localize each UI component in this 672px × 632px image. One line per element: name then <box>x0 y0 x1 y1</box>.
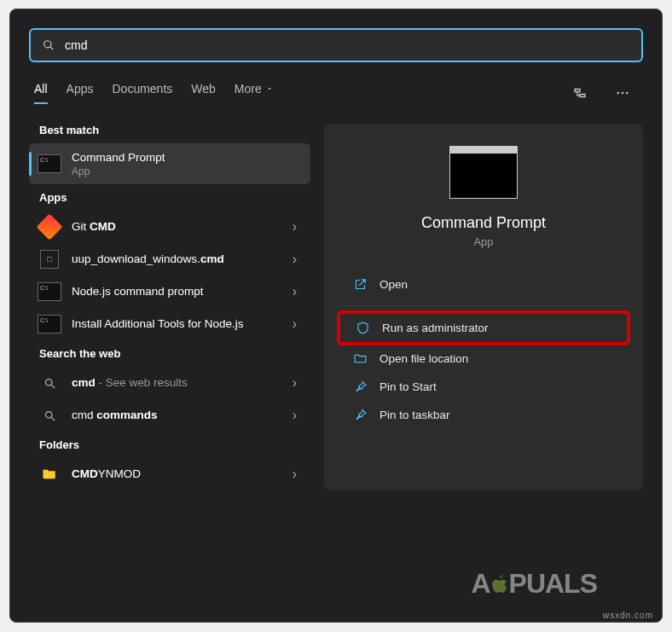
search-icon <box>43 409 56 422</box>
search-input-text: cmd <box>65 38 629 52</box>
chevron-right-icon: › <box>287 284 302 299</box>
result-title: CMDYNMOD <box>72 467 287 482</box>
action-run-as-admin[interactable]: Run as administrator <box>338 311 629 345</box>
svg-point-0 <box>617 92 619 95</box>
result-title: Command Prompt <box>72 150 302 165</box>
cmd-app-icon: C:\ <box>38 282 61 301</box>
tab-web[interactable]: Web <box>191 82 216 104</box>
action-open[interactable]: Open <box>338 270 629 299</box>
section-web-title: Search the web <box>39 347 310 360</box>
start-menu-search-window: cmd All Apps Documents Web More Best mat… <box>9 9 663 623</box>
detail-actions: Open Run as administrator Open file loca… <box>338 270 629 429</box>
action-label: Run as administrator <box>382 322 489 334</box>
flow-icon-button[interactable] <box>565 78 595 108</box>
svg-line-4 <box>51 385 55 388</box>
svg-line-6 <box>51 417 55 420</box>
git-icon <box>36 213 62 240</box>
tab-documents[interactable]: Documents <box>112 82 172 104</box>
folder-icon <box>40 467 59 482</box>
search-icon <box>43 377 56 390</box>
result-git-cmd[interactable]: Git CMD › <box>29 211 310 243</box>
result-subtype: App <box>72 165 302 177</box>
tab-apps[interactable]: Apps <box>67 82 94 104</box>
result-web-cmd[interactable]: cmd - See web results › <box>29 367 310 399</box>
result-uup-download[interactable]: □ uup_download_windows.cmd › <box>29 243 310 275</box>
watermark-site: wsxdn.com <box>603 611 653 620</box>
chevron-right-icon: › <box>287 252 302 267</box>
cmd-app-icon: C:\ <box>38 154 61 173</box>
cmd-app-icon: C:\ <box>38 315 61 333</box>
tab-more-label: More <box>235 82 262 96</box>
search-input-container[interactable]: cmd <box>29 28 643 62</box>
pin-icon <box>353 408 368 422</box>
section-folders-title: Folders <box>39 438 310 451</box>
action-label: Pin to Start <box>379 380 437 393</box>
search-icon <box>43 39 55 51</box>
result-nodejs-prompt[interactable]: C:\ Node.js command prompt › <box>29 275 310 308</box>
open-external-icon <box>353 277 368 292</box>
tab-more[interactable]: More <box>235 82 274 104</box>
action-pin-to-start[interactable]: Pin to Start <box>338 373 629 401</box>
tabs: All Apps Documents Web More <box>34 82 274 104</box>
action-pin-to-taskbar[interactable]: Pin to taskbar <box>338 401 629 429</box>
detail-panel: Command Prompt App Open Run as administr… <box>324 124 643 490</box>
action-label: Open <box>379 278 408 291</box>
divider <box>338 305 629 306</box>
result-title: cmd - See web results <box>72 375 287 391</box>
section-apps-title: Apps <box>39 191 310 204</box>
svg-point-2 <box>626 92 629 95</box>
ellipsis-icon <box>615 85 630 101</box>
action-open-file-location[interactable]: Open file location <box>338 345 629 373</box>
result-title: Node.js command prompt <box>72 284 287 299</box>
action-label: Pin to taskbar <box>379 409 450 421</box>
chevron-right-icon: › <box>287 408 302 423</box>
svg-point-1 <box>622 92 624 95</box>
tab-apps-label: Apps <box>67 82 94 96</box>
chevron-down-icon <box>265 84 274 93</box>
result-folder-cmdynmod[interactable]: CMDYNMOD › <box>29 458 310 490</box>
folder-open-icon <box>353 351 368 366</box>
chevron-right-icon: › <box>287 219 302 235</box>
result-title: uup_download_windows.cmd <box>72 252 287 267</box>
result-title: Install Additional Tools for Node.js <box>72 316 287 332</box>
tab-web-label: Web <box>191 82 216 96</box>
result-title: Git CMD <box>72 219 287 235</box>
detail-title: Command Prompt <box>421 214 546 232</box>
result-web-cmd-commands[interactable]: cmd commands › <box>29 399 310 432</box>
tab-documents-label: Documents <box>112 82 172 96</box>
svg-point-5 <box>45 411 52 418</box>
section-best-match-title: Best match <box>39 124 310 136</box>
flow-icon <box>572 85 588 101</box>
generic-app-icon: □ <box>40 250 59 269</box>
results-column: Best match C:\ Command Prompt App Apps G… <box>29 124 310 490</box>
app-thumbnail <box>449 146 518 199</box>
chevron-right-icon: › <box>287 467 302 482</box>
tabs-row: All Apps Documents Web More <box>29 78 643 108</box>
tab-all-label: All <box>34 82 48 96</box>
result-title: cmd commands <box>72 408 287 423</box>
result-text: Command Prompt App <box>72 150 302 177</box>
result-command-prompt[interactable]: C:\ Command Prompt App <box>29 143 310 184</box>
watermark-brand: APUALS <box>471 568 597 600</box>
result-install-node-tools[interactable]: C:\ Install Additional Tools for Node.js… <box>29 308 310 340</box>
pin-icon <box>353 380 368 394</box>
tabs-right-actions <box>565 78 638 108</box>
detail-subtitle: App <box>473 235 493 248</box>
tab-all[interactable]: All <box>34 82 48 104</box>
shield-icon <box>356 321 370 335</box>
more-button[interactable] <box>607 78 638 108</box>
content-area: Best match C:\ Command Prompt App Apps G… <box>29 124 643 490</box>
chevron-right-icon: › <box>287 375 302 391</box>
apple-icon <box>488 572 512 596</box>
chevron-right-icon: › <box>287 316 302 332</box>
action-label: Open file location <box>379 352 468 365</box>
svg-point-3 <box>45 379 52 386</box>
